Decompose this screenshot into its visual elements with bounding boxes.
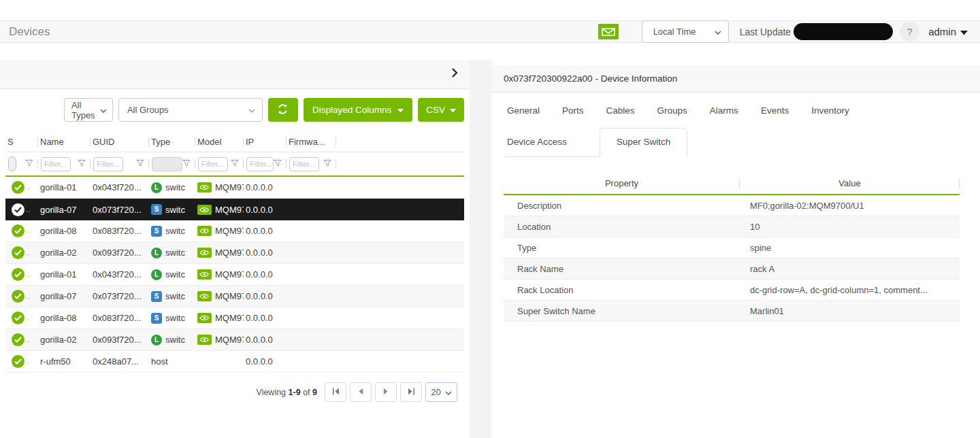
cell-type: L switc	[149, 182, 195, 193]
column-header[interactable]: GUID	[91, 132, 149, 152]
column-header[interactable]: Model	[195, 132, 244, 152]
pagination: Viewing 1-9 of 9 20	[5, 382, 457, 402]
table-row[interactable]: .. r-ufm50 0x248a07... host 0.0.0.0	[5, 351, 464, 373]
column-header[interactable]: IP	[244, 132, 287, 152]
property-name: Description	[504, 201, 740, 211]
cell-status: ..	[5, 311, 38, 324]
filter-funnel-icon[interactable]	[182, 158, 191, 170]
refresh-button[interactable]	[268, 98, 298, 122]
nvidia-logo-icon	[197, 182, 212, 192]
devices-table-header: SNameGUIDTypeModelIPFirmwa...	[5, 132, 464, 152]
displayed-columns-label: Displayed Columns	[312, 105, 391, 115]
cell-type: L switc	[149, 248, 195, 258]
user-name: admin	[928, 26, 956, 37]
tab-item[interactable]: General	[507, 105, 540, 116]
tab-item[interactable]: Alarms	[710, 105, 738, 116]
status-truncation: ..	[26, 184, 31, 191]
help-button[interactable]: ?	[900, 22, 919, 41]
caret-down-icon	[397, 105, 404, 115]
subtab-item[interactable]: Super Switch	[600, 128, 688, 157]
table-row[interactable]: .. gorilla-08 0x083f720... S switc MQM97…	[5, 307, 464, 329]
top-header: Devices Local Time Last Update ? admin	[0, 20, 980, 43]
column-header[interactable]: S	[5, 132, 38, 152]
page-size-select[interactable]: 20	[425, 382, 457, 402]
cell-model: MQM97	[195, 205, 244, 215]
app-root: Devices Local Time Last Update ? admin	[0, 0, 980, 438]
first-page-icon	[332, 388, 340, 397]
model-filter-input[interactable]: Filter...	[198, 157, 228, 171]
tab-item[interactable]: Inventory	[811, 105, 849, 116]
column-header[interactable]: Firmwa...	[287, 132, 336, 152]
cell-status: ..	[5, 246, 38, 259]
device-info-tabs: GeneralPortsCablesGroupsAlarmsEventsInve…	[491, 92, 980, 116]
chevron-down-icon	[445, 387, 452, 397]
column-header[interactable]: Name	[38, 132, 91, 152]
table-row[interactable]: .. gorilla-02 0x093f720... L switc MQM97…	[5, 242, 464, 264]
device-info-header: 0x073f720300922a00 - Device Information	[491, 65, 980, 92]
type-label: switc	[165, 291, 185, 301]
type-filter-dropdown[interactable]	[152, 157, 182, 171]
type-badge: L	[151, 269, 162, 280]
filter-funnel-icon[interactable]	[136, 158, 144, 170]
last-page-button[interactable]	[400, 382, 422, 402]
prev-page-button[interactable]	[350, 382, 372, 402]
nvidia-logo-icon	[197, 335, 212, 345]
user-menu[interactable]: admin	[928, 26, 968, 37]
filter-funnel-icon[interactable]	[231, 158, 239, 170]
devices-filter-row: Filter... Filter... Filter... Filter...	[5, 152, 464, 175]
next-page-icon	[383, 388, 389, 397]
type-badge: L	[151, 182, 162, 193]
tab-item[interactable]: Ports	[562, 105, 584, 116]
type-filter-select[interactable]: All Types	[64, 98, 113, 122]
table-row[interactable]: .. gorilla-07 0x073f720... S switc MQM97…	[5, 199, 464, 220]
device-info-panel: 0x073f720300922a00 - Device Information …	[491, 60, 980, 438]
model-label: MQM97	[215, 226, 244, 236]
filter-funnel-icon[interactable]	[25, 158, 33, 170]
first-page-button[interactable]	[325, 382, 346, 402]
firmware-filter-input[interactable]: Filter...	[289, 157, 319, 171]
column-header[interactable]: Type	[149, 132, 195, 152]
cell-ip: 0.0.0.0	[244, 226, 287, 236]
csv-export-button[interactable]: CSV	[418, 98, 464, 122]
property-name: Location	[504, 222, 740, 232]
status-filter-pill[interactable]	[8, 156, 16, 171]
group-filter-value: All Groups	[127, 105, 169, 115]
table-row[interactable]: .. gorilla-01 0x043f720... L switc MQM97…	[5, 264, 464, 286]
cell-type: host	[149, 356, 195, 367]
next-page-button[interactable]	[375, 382, 397, 402]
tab-item[interactable]: Cables	[606, 105, 635, 116]
model-label: MQM97	[215, 248, 244, 258]
filter-funnel-icon[interactable]	[78, 158, 86, 170]
filter-funnel-icon[interactable]	[323, 158, 331, 170]
mail-icon[interactable]	[598, 24, 619, 39]
property-row: Super Switch Name Marlin01	[504, 301, 960, 322]
table-row[interactable]: .. gorilla-07 0x073f720... S switc MQM97…	[5, 286, 464, 307]
type-label: switc	[165, 226, 185, 236]
guid-filter-input[interactable]: Filter...	[93, 157, 123, 171]
tab-item[interactable]: Events	[761, 105, 789, 116]
collapse-panel-icon[interactable]	[451, 67, 458, 81]
subtab-item[interactable]: Device Access	[505, 131, 583, 156]
device-info-subtabs: Device Access Super Switch	[505, 128, 687, 157]
time-zone-select[interactable]: Local Time	[642, 20, 729, 43]
cell-ip: 0.0.0.0	[244, 356, 287, 367]
filter-cell-ip: Filter...	[244, 152, 287, 175]
property-value: 10	[740, 222, 960, 232]
table-row[interactable]: .. gorilla-08 0x083f720... S switc MQM97…	[5, 220, 464, 242]
nvidia-logo-icon	[197, 226, 212, 236]
ip-filter-input[interactable]: Filter...	[246, 157, 274, 171]
chevron-down-icon	[715, 27, 721, 37]
table-row[interactable]: .. gorilla-01 0x043f720... L switc MQM97…	[5, 177, 464, 199]
cell-type: S switc	[149, 313, 195, 324]
table-row[interactable]: .. gorilla-02 0x093f720... L switc MQM97…	[5, 329, 464, 351]
name-filter-input[interactable]: Filter...	[41, 157, 71, 171]
displayed-columns-button[interactable]: Displayed Columns	[304, 98, 412, 122]
status-truncation: ..	[26, 206, 31, 214]
filter-funnel-icon[interactable]	[274, 158, 282, 170]
group-filter-select[interactable]: All Groups	[118, 98, 263, 122]
property-row: Location 10	[504, 216, 960, 237]
type-badge: L	[151, 248, 162, 258]
property-value: dc-grid-row=A, dc-grid-column=1, comment…	[740, 285, 960, 295]
devices-toolbar: All Types All Groups Displayed Columns C…	[0, 98, 464, 122]
tab-item[interactable]: Groups	[657, 105, 687, 116]
